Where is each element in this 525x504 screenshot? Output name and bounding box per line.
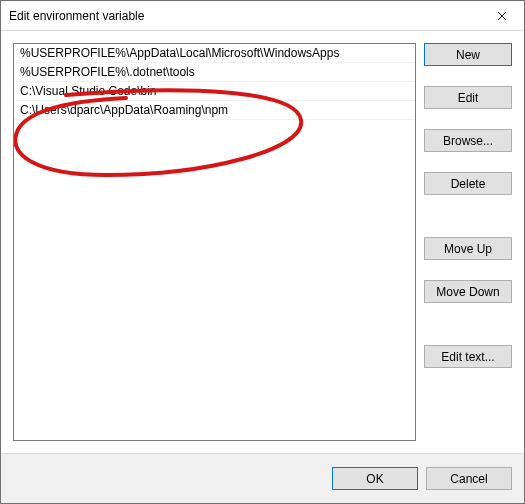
dialog-footer: OK Cancel — [1, 453, 524, 503]
close-icon — [497, 11, 507, 21]
edit-text-button[interactable]: Edit text... — [424, 345, 512, 368]
list-item[interactable]: %USERPROFILE%\.dotnet\tools — [14, 63, 415, 82]
list-item[interactable]: C:\Visual Studio Code\bin — [14, 82, 415, 101]
spacer — [424, 115, 512, 123]
move-down-button[interactable]: Move Down — [424, 280, 512, 303]
cancel-button[interactable]: Cancel — [426, 467, 512, 490]
window-title: Edit environment variable — [1, 9, 144, 23]
spacer — [424, 309, 512, 339]
side-button-column: New Edit Browse... Delete Move Up Move D… — [424, 43, 512, 441]
close-button[interactable] — [479, 1, 524, 31]
list-item[interactable]: C:\Users\dparc\AppData\Roaming\npm — [14, 101, 415, 120]
spacer — [424, 72, 512, 80]
path-listbox[interactable]: %USERPROFILE%\AppData\Local\Microsoft\Wi… — [13, 43, 416, 441]
spacer — [424, 158, 512, 166]
list-item[interactable]: %USERPROFILE%\AppData\Local\Microsoft\Wi… — [14, 44, 415, 63]
dialog-content: %USERPROFILE%\AppData\Local\Microsoft\Wi… — [1, 31, 524, 453]
browse-button[interactable]: Browse... — [424, 129, 512, 152]
move-up-button[interactable]: Move Up — [424, 237, 512, 260]
ok-button[interactable]: OK — [332, 467, 418, 490]
title-bar: Edit environment variable — [1, 1, 524, 31]
spacer — [424, 201, 512, 231]
spacer — [424, 266, 512, 274]
new-button[interactable]: New — [424, 43, 512, 66]
edit-button[interactable]: Edit — [424, 86, 512, 109]
delete-button[interactable]: Delete — [424, 172, 512, 195]
